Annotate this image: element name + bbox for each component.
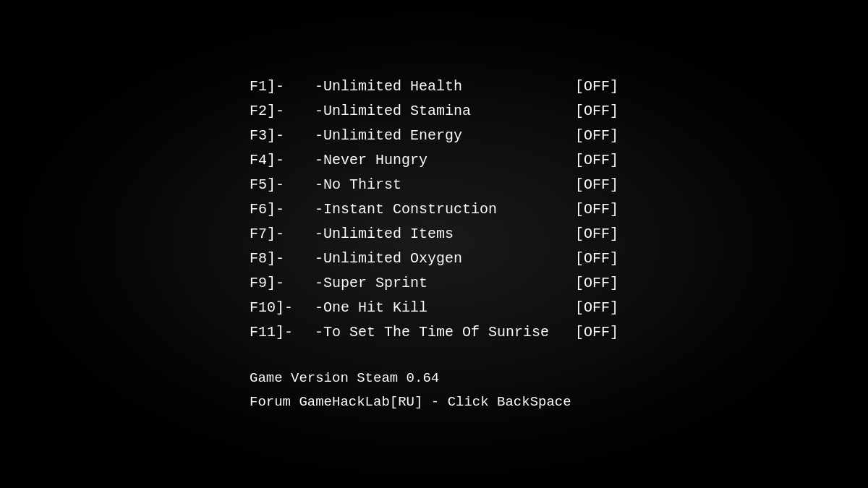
cheat-status: [OFF] (575, 271, 618, 296)
cheat-description: -Unlimited Stamina (315, 99, 575, 124)
cheat-description: -Unlimited Items (315, 222, 575, 247)
cheat-status: [OFF] (575, 99, 618, 124)
cheat-description: -One Hit Kill (315, 296, 575, 320)
cheat-list: F1]--Unlimited Health[OFF]F2]--Unlimited… (250, 74, 618, 345)
screen: F1]--Unlimited Health[OFF]F2]--Unlimited… (0, 0, 868, 488)
cheat-key: F4]- (250, 148, 315, 173)
cheat-description: -Unlimited Oxygen (315, 247, 575, 271)
cheat-description: -No Thirst (315, 173, 575, 197)
cheat-item: F2]--Unlimited Stamina[OFF] (250, 99, 618, 124)
cheat-status: [OFF] (575, 320, 618, 345)
cheat-key: F6]- (250, 197, 315, 222)
cheat-status: [OFF] (575, 148, 618, 173)
cheat-key: F2]- (250, 99, 315, 124)
cheat-key: F3]- (250, 124, 315, 148)
cheat-description: -Unlimited Energy (315, 124, 575, 148)
cheat-description: -Instant Construction (315, 197, 575, 222)
footer: Game Version Steam 0.64 Forum GameHackLa… (250, 367, 618, 414)
cheat-status: [OFF] (575, 197, 618, 222)
cheat-key: F5]- (250, 173, 315, 197)
cheat-item: F8]--Unlimited Oxygen[OFF] (250, 247, 618, 271)
cheat-status: [OFF] (575, 296, 618, 320)
cheat-status: [OFF] (575, 173, 618, 197)
cheat-key: F7]- (250, 222, 315, 247)
cheat-key: F1]- (250, 74, 315, 99)
cheat-status: [OFF] (575, 222, 618, 247)
content-panel: F1]--Unlimited Health[OFF]F2]--Unlimited… (206, 46, 662, 442)
cheat-item: F5]--No Thirst[OFF] (250, 173, 618, 197)
cheat-item: F4]--Never Hungry[OFF] (250, 148, 618, 173)
cheat-description: -Super Sprint (315, 271, 575, 296)
cheat-key: F11]- (250, 320, 315, 345)
cheat-item: F9]--Super Sprint[OFF] (250, 271, 618, 296)
cheat-item: F7]--Unlimited Items[OFF] (250, 222, 618, 247)
cheat-item: F1]--Unlimited Health[OFF] (250, 74, 618, 99)
cheat-description: -Unlimited Health (315, 74, 575, 99)
cheat-description: -Never Hungry (315, 148, 575, 173)
cheat-description: -To Set The Time Of Sunrise (315, 320, 575, 345)
cheat-status: [OFF] (575, 247, 618, 271)
cheat-key: F9]- (250, 271, 315, 296)
cheat-key: F8]- (250, 247, 315, 271)
cheat-key: F10]- (250, 296, 315, 320)
cheat-item: F3]--Unlimited Energy[OFF] (250, 124, 618, 148)
cheat-item: F6]--Instant Construction[OFF] (250, 197, 618, 222)
cheat-status: [OFF] (575, 74, 618, 99)
cheat-item: F11]--To Set The Time Of Sunrise[OFF] (250, 320, 618, 345)
cheat-item: F10]--One Hit Kill[OFF] (250, 296, 618, 320)
forum-text: Forum GameHackLab[RU] - Click BackSpace (250, 390, 618, 414)
version-text: Game Version Steam 0.64 (250, 367, 618, 390)
cheat-status: [OFF] (575, 124, 618, 148)
